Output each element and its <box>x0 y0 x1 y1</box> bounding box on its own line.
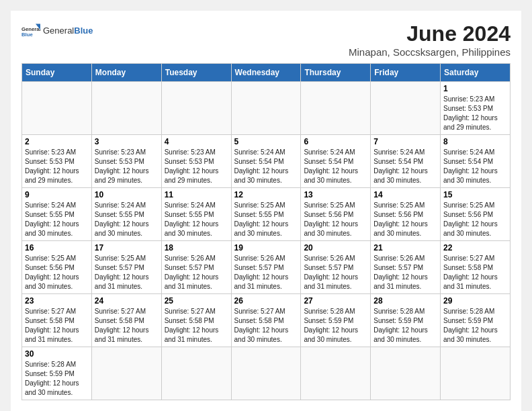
location-title: Minapan, Soccsksargen, Philippines <box>349 46 511 58</box>
month-title: June 2024 <box>349 21 511 46</box>
day-info: Sunrise: 5:28 AM Sunset: 5:59 PM Dayligh… <box>304 307 367 345</box>
calendar-cell: 22Sunrise: 5:27 AM Sunset: 5:58 PM Dayli… <box>441 241 511 294</box>
day-info: Sunrise: 5:23 AM Sunset: 5:53 PM Dayligh… <box>95 148 159 185</box>
day-number: 24 <box>95 296 159 306</box>
day-number: 14 <box>373 190 437 199</box>
calendar-cell: 12Sunrise: 5:25 AM Sunset: 5:55 PM Dayli… <box>231 188 301 241</box>
day-info: Sunrise: 5:24 AM Sunset: 5:54 PM Dayligh… <box>304 148 367 185</box>
day-number: 21 <box>373 243 437 253</box>
day-number: 17 <box>95 243 159 253</box>
calendar-cell: 29Sunrise: 5:28 AM Sunset: 5:59 PM Dayli… <box>441 294 511 347</box>
day-number: 7 <box>373 137 437 146</box>
day-info: Sunrise: 5:28 AM Sunset: 5:59 PM Dayligh… <box>373 307 437 345</box>
calendar-cell <box>301 82 371 135</box>
weekday-header-tuesday: Tuesday <box>161 64 231 82</box>
day-number: 29 <box>443 296 507 306</box>
day-number: 2 <box>25 137 89 146</box>
weekday-header-saturday: Saturday <box>441 64 511 82</box>
calendar-cell: 27Sunrise: 5:28 AM Sunset: 5:59 PM Dayli… <box>301 294 371 347</box>
calendar-cell: 13Sunrise: 5:25 AM Sunset: 5:56 PM Dayli… <box>301 188 371 241</box>
logo-general: General <box>43 26 74 36</box>
day-number: 11 <box>165 190 228 199</box>
calendar-cell: 14Sunrise: 5:25 AM Sunset: 5:56 PM Dayli… <box>371 188 441 241</box>
day-info: Sunrise: 5:26 AM Sunset: 5:57 PM Dayligh… <box>234 254 298 291</box>
svg-text:Blue: Blue <box>21 32 33 38</box>
day-info: Sunrise: 5:25 AM Sunset: 5:57 PM Dayligh… <box>95 254 159 291</box>
logo: General Blue GeneralBlue <box>21 21 93 40</box>
day-info: Sunrise: 5:26 AM Sunset: 5:57 PM Dayligh… <box>373 254 437 291</box>
day-info: Sunrise: 5:23 AM Sunset: 5:53 PM Dayligh… <box>443 95 507 132</box>
calendar-cell: 11Sunrise: 5:24 AM Sunset: 5:55 PM Dayli… <box>161 188 231 241</box>
calendar-cell: 2Sunrise: 5:23 AM Sunset: 5:53 PM Daylig… <box>22 135 92 188</box>
day-number: 8 <box>443 137 507 146</box>
calendar-cell: 25Sunrise: 5:27 AM Sunset: 5:58 PM Dayli… <box>161 294 231 347</box>
calendar-table: SundayMondayTuesdayWednesdayThursdayFrid… <box>21 63 511 400</box>
day-number: 18 <box>165 243 228 253</box>
calendar-cell: 23Sunrise: 5:27 AM Sunset: 5:58 PM Dayli… <box>22 294 92 347</box>
day-number: 28 <box>373 296 437 306</box>
calendar-cell <box>371 82 441 135</box>
day-info: Sunrise: 5:25 AM Sunset: 5:56 PM Dayligh… <box>373 201 437 238</box>
day-number: 27 <box>304 296 367 306</box>
day-info: Sunrise: 5:28 AM Sunset: 5:59 PM Dayligh… <box>25 360 89 398</box>
weekday-header-monday: Monday <box>91 64 161 82</box>
day-number: 22 <box>443 243 507 253</box>
day-number: 1 <box>443 84 507 93</box>
day-info: Sunrise: 5:27 AM Sunset: 5:58 PM Dayligh… <box>25 307 89 345</box>
calendar-page: General Blue GeneralBlue June 2024 Minap… <box>11 11 521 411</box>
day-info: Sunrise: 5:28 AM Sunset: 5:59 PM Dayligh… <box>443 307 507 345</box>
day-number: 16 <box>25 243 89 253</box>
day-number: 26 <box>234 296 298 306</box>
day-info: Sunrise: 5:25 AM Sunset: 5:56 PM Dayligh… <box>304 201 367 238</box>
day-info: Sunrise: 5:27 AM Sunset: 5:58 PM Dayligh… <box>443 254 507 291</box>
day-info: Sunrise: 5:26 AM Sunset: 5:57 PM Dayligh… <box>304 254 367 291</box>
calendar-cell: 26Sunrise: 5:27 AM Sunset: 5:58 PM Dayli… <box>231 294 301 347</box>
svg-text:General: General <box>21 26 40 32</box>
day-info: Sunrise: 5:23 AM Sunset: 5:53 PM Dayligh… <box>25 148 89 185</box>
calendar-cell <box>301 347 371 400</box>
day-number: 13 <box>304 190 367 199</box>
calendar-cell <box>91 347 161 400</box>
calendar-cell: 6Sunrise: 5:24 AM Sunset: 5:54 PM Daylig… <box>301 135 371 188</box>
calendar-cell: 15Sunrise: 5:25 AM Sunset: 5:56 PM Dayli… <box>441 188 511 241</box>
day-info: Sunrise: 5:27 AM Sunset: 5:58 PM Dayligh… <box>165 307 228 345</box>
day-info: Sunrise: 5:24 AM Sunset: 5:55 PM Dayligh… <box>95 201 159 238</box>
calendar-cell <box>161 82 231 135</box>
calendar-cell: 16Sunrise: 5:25 AM Sunset: 5:56 PM Dayli… <box>22 241 92 294</box>
day-number: 3 <box>95 137 159 146</box>
day-info: Sunrise: 5:25 AM Sunset: 5:56 PM Dayligh… <box>443 201 507 238</box>
calendar-cell <box>441 347 511 400</box>
header: General Blue GeneralBlue June 2024 Minap… <box>21 21 511 58</box>
weekday-header-friday: Friday <box>371 64 441 82</box>
calendar-cell <box>91 82 161 135</box>
calendar-cell: 5Sunrise: 5:24 AM Sunset: 5:54 PM Daylig… <box>231 135 301 188</box>
day-info: Sunrise: 5:27 AM Sunset: 5:58 PM Dayligh… <box>234 307 298 345</box>
calendar-cell: 30Sunrise: 5:28 AM Sunset: 5:59 PM Dayli… <box>22 347 92 400</box>
day-info: Sunrise: 5:24 AM Sunset: 5:54 PM Dayligh… <box>234 148 298 185</box>
calendar-cell: 1Sunrise: 5:23 AM Sunset: 5:53 PM Daylig… <box>441 82 511 135</box>
day-info: Sunrise: 5:24 AM Sunset: 5:54 PM Dayligh… <box>373 148 437 185</box>
calendar-week-row: 2Sunrise: 5:23 AM Sunset: 5:53 PM Daylig… <box>22 135 511 188</box>
calendar-cell: 4Sunrise: 5:23 AM Sunset: 5:53 PM Daylig… <box>161 135 231 188</box>
calendar-cell: 10Sunrise: 5:24 AM Sunset: 5:55 PM Dayli… <box>91 188 161 241</box>
calendar-cell: 18Sunrise: 5:26 AM Sunset: 5:57 PM Dayli… <box>161 241 231 294</box>
calendar-cell <box>22 82 92 135</box>
weekday-header-thursday: Thursday <box>301 64 371 82</box>
weekday-header-sunday: Sunday <box>22 64 92 82</box>
day-info: Sunrise: 5:24 AM Sunset: 5:54 PM Dayligh… <box>443 148 507 185</box>
logo-icon: General Blue <box>21 21 40 40</box>
day-info: Sunrise: 5:24 AM Sunset: 5:55 PM Dayligh… <box>165 201 228 238</box>
calendar-week-row: 23Sunrise: 5:27 AM Sunset: 5:58 PM Dayli… <box>22 294 511 347</box>
calendar-cell: 20Sunrise: 5:26 AM Sunset: 5:57 PM Dayli… <box>301 241 371 294</box>
day-number: 9 <box>25 190 89 199</box>
calendar-cell: 8Sunrise: 5:24 AM Sunset: 5:54 PM Daylig… <box>441 135 511 188</box>
logo-blue: Blue <box>74 26 93 36</box>
calendar-cell: 3Sunrise: 5:23 AM Sunset: 5:53 PM Daylig… <box>91 135 161 188</box>
day-number: 6 <box>304 137 367 146</box>
day-number: 15 <box>443 190 507 199</box>
day-number: 5 <box>234 137 298 146</box>
weekday-header-row: SundayMondayTuesdayWednesdayThursdayFrid… <box>22 64 511 82</box>
day-info: Sunrise: 5:25 AM Sunset: 5:55 PM Dayligh… <box>234 201 298 238</box>
day-number: 30 <box>25 349 89 359</box>
calendar-week-row: 1Sunrise: 5:23 AM Sunset: 5:53 PM Daylig… <box>22 82 511 135</box>
